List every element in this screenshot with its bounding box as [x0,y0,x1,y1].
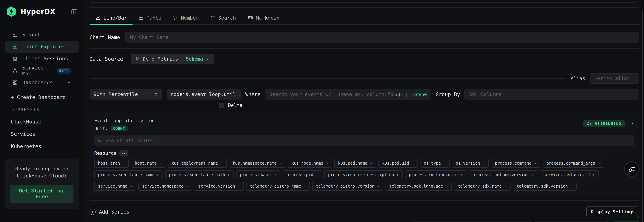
attributes-panel-header: Event loop utilization Unit: COUNT 27 AT… [94,118,634,131]
attribute-chip-label: telemetry.sdk.version [516,184,568,189]
chart-preview-panel-edge [90,0,639,2]
aggregation-select[interactable]: 90th Percentile [90,89,162,100]
create-dashboard-button[interactable]: + Create Dashboard [11,94,78,100]
beta-badge: BETA [56,68,72,74]
series-alias-input[interactable] [590,73,639,84]
chevron-right-icon: › [370,161,372,166]
clickhouse-cloud-card: Ready to deploy on ClickHouse Cloud? Get… [5,159,78,209]
attribute-chip[interactable]: process.owner › [236,170,280,179]
attribute-chip-label: process.command_args [546,161,595,166]
attribute-chip-label: process.runtime.description [328,172,394,177]
granularity-select[interactable]: Auto Granularity [535,221,608,222]
attribute-chip[interactable]: process.runtime.description › [324,170,403,179]
chevron-right-icon: › [122,161,125,166]
add-series-button[interactable]: + Add Series [90,209,130,215]
attribute-chip[interactable]: telemetry.distro.version › [312,182,383,191]
attribute-chip[interactable]: k8s.node.name › [288,159,332,168]
attribute-chip[interactable]: k8s.deployment.name › [168,159,226,168]
svg-text:3: 3 [176,17,177,19]
close-icon[interactable]: ✕ [238,91,242,97]
tab-search[interactable]: Search [204,12,242,24]
attribute-chip[interactable]: process.pid › [283,170,322,179]
chevron-up-icon[interactable] [67,80,72,85]
layers-icon [135,56,140,61]
sidebar-item-label: Chart Explorer [22,44,65,50]
unit-label: Unit: [94,126,108,131]
attribute-chip[interactable]: service.name › [94,182,136,191]
tab-table[interactable]: Table [133,12,167,24]
tab-line-bar[interactable]: Line/Bar [90,12,133,24]
display-settings-button[interactable]: Display Settings [586,207,639,217]
group-by-input[interactable] [464,89,639,100]
attribute-chip[interactable]: telemetry.sdk.version › [513,182,576,191]
chart-name-input[interactable] [125,32,639,42]
attribute-chip[interactable]: service.instance.id › [540,170,598,179]
sidebar-item-client-sessions[interactable]: Client Sessions [5,53,78,65]
chart-type-tabs: Line/Bar Table 1 2 3 Number [90,12,639,25]
attribute-chip-label: os.type [424,161,441,166]
chevron-right-icon: › [504,184,507,189]
chevron-right-icon: › [228,172,230,177]
schema-link[interactable]: Schema [186,56,203,62]
chevron-right-icon: › [304,184,306,189]
delta-checkbox[interactable] [219,103,224,108]
attribute-chip[interactable]: service.version › [194,182,244,191]
preset-item-clickhouse[interactable]: ClickHouse [11,112,78,125]
search-icon [98,138,103,143]
sidebar-item-label: Client Sessions [22,56,68,62]
attribute-chip[interactable]: process.command_args › [543,159,604,168]
lucene-toggle[interactable]: Lucene [410,92,427,97]
attribute-chip-label: host.arch [98,161,120,166]
attribute-chip[interactable]: host.arch › [94,159,129,168]
attribute-chip[interactable]: telemetry.sdk.language › [386,182,452,191]
preset-item-kubernetes[interactable]: Kubernetes [11,137,78,149]
attribute-chip-label: process.executable.path [169,172,225,177]
sidebar-item-search[interactable]: Search [5,29,78,41]
attribute-chip[interactable]: telemetry.sdk.name › [454,182,510,191]
sql-toggle[interactable]: SQL [395,92,403,97]
attribute-chip[interactable]: os.type › [420,159,450,168]
metric-field-chip[interactable]: nodejs.event_loop.util ✕ [166,89,241,100]
delta-label: Delta [228,103,242,108]
attribute-chip[interactable]: k8s.pod.name › [334,159,376,168]
preset-item-services[interactable]: Services [11,125,78,137]
sidebar-item-dashboards[interactable]: Dashboards [5,77,78,89]
scrollbar-track [641,0,644,222]
presets-header[interactable]: PRESETS [11,107,78,112]
scrollbar-thumb[interactable] [642,10,643,222]
attribute-chip[interactable]: host.name › [131,159,166,168]
chevron-up-icon[interactable] [629,121,634,126]
get-started-button[interactable]: Get Started for Free [10,185,74,203]
attribute-chip-label: process.runtime.name [409,172,458,177]
sidebar-nav: Search Chart Explorer Client Session [0,29,84,89]
tab-markdown[interactable]: Markdown [242,12,285,24]
chart-options-fab[interactable] [624,161,640,177]
dashboards-grid-icon [12,80,18,85]
attribute-chip[interactable]: service.namespace › [138,182,192,191]
attribute-chip[interactable]: telemetry.distro.name › [246,182,310,191]
run-button[interactable]: ▷ Run [612,221,639,222]
cloud-card-text: Ready to deploy on ClickHouse Cloud? [10,165,74,179]
attribute-chip[interactable]: k8s.namespace.name › [229,159,286,168]
data-source-select[interactable]: Demo Metrics Schema [131,54,214,64]
sidebar-item-service-map[interactable]: Service Map BETA [5,65,78,77]
attribute-chip[interactable]: process.command › [491,159,540,168]
attribute-chip[interactable]: process.executable.name › [94,170,163,179]
where-search-input[interactable] [269,91,392,97]
attribute-chip[interactable]: k8s.pod.uid › [378,159,418,168]
date-range-picker[interactable]: Mar 2 12:47:01 - Mar 2 13:47:01 [412,221,531,222]
attribute-chip[interactable]: process.runtime.name › [405,170,466,179]
main-content: Line/Bar Table 1 2 3 Number [84,0,640,222]
attribute-chip[interactable]: process.runtime.version › [469,170,538,179]
tab-number[interactable]: 1 2 3 Number [167,12,204,24]
attribute-chip[interactable]: process.executable.path › [165,170,234,179]
attribute-chip-label: process.owner [240,172,272,177]
attribute-chip[interactable]: os.version › [452,159,489,168]
chevron-right-icon: › [598,161,600,166]
attribute-chip-label: process.executable.name [98,172,154,177]
sidebar-collapse-icon[interactable] [71,8,78,15]
divider [90,78,566,79]
sidebar-item-chart-explorer[interactable]: Chart Explorer [5,41,78,53]
attribute-search-input[interactable] [106,138,631,143]
chevron-right-icon: › [396,172,399,177]
